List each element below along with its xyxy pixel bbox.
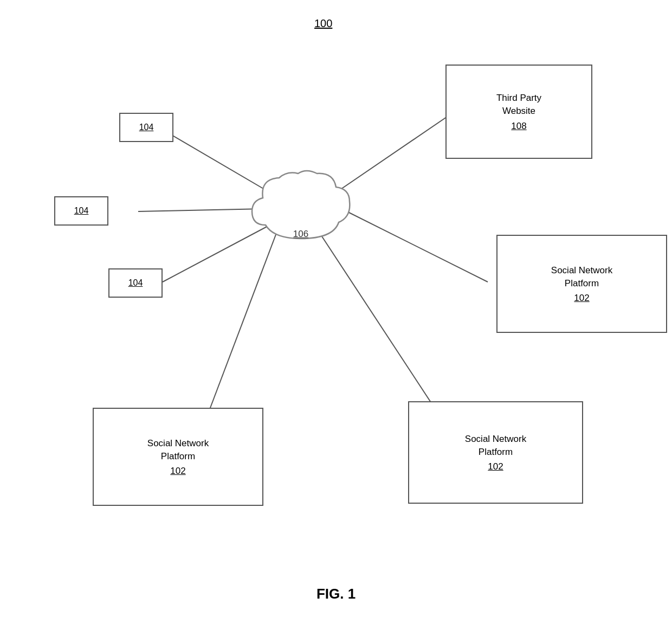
snp-bottom-right-node: Social NetworkPlatform 102 [408, 401, 583, 504]
snp-bottom-right-ref: 102 [488, 461, 503, 472]
client-bot-ref: 104 [128, 278, 143, 288]
svg-line-2 [320, 233, 444, 423]
snp-bottom-right-label: Social NetworkPlatform [465, 433, 526, 459]
snp-top-right-node: Social NetworkPlatform 102 [496, 235, 667, 333]
third-party-ref: 108 [511, 121, 526, 132]
snp-bottom-left-label: Social NetworkPlatform [147, 437, 209, 463]
diagram-title: 100 [314, 17, 332, 30]
cloud-node: 106 [244, 168, 358, 249]
svg-line-1 [347, 211, 488, 282]
snp-bottom-left-node: Social NetworkPlatform 102 [93, 408, 263, 506]
svg-line-3 [209, 233, 276, 412]
third-party-website-node: Third PartyWebsite 108 [445, 65, 592, 159]
snp-top-right-ref: 102 [574, 293, 589, 304]
client-top-ref: 104 [139, 123, 154, 132]
diagram-container: 100 106 Third PartyWebsite 108 Social Ne… [0, 0, 672, 636]
third-party-label: Third PartyWebsite [496, 92, 541, 118]
client-mid-node: 104 [54, 196, 108, 226]
cloud-label: 106 [244, 229, 358, 240]
figure-label: FIG. 1 [282, 586, 390, 602]
snp-top-right-label: Social NetworkPlatform [551, 264, 612, 290]
client-mid-ref: 104 [74, 206, 89, 216]
snp-bottom-left-ref: 102 [170, 466, 185, 477]
client-bot-node: 104 [108, 268, 163, 298]
client-top-node: 104 [119, 113, 173, 142]
